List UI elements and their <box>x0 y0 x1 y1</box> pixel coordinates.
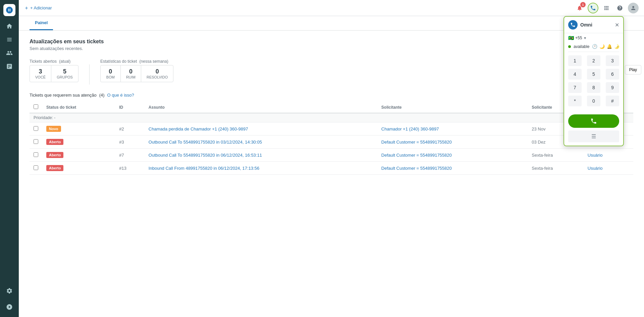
ticket-subject-link[interactable]: Outbound Call To 5548991755820 in 06/12/… <box>149 153 262 158</box>
omni-panel-overlay: Omni ✕ 🇧🇷 +55 ▼ available 🕐 🌙 🔔 🌛 1 <box>564 16 624 146</box>
omni-button[interactable] <box>588 3 598 13</box>
row-checkbox-3[interactable] <box>34 165 38 170</box>
dial-key-6[interactable]: 6 <box>606 69 619 80</box>
select-all-checkbox[interactable] <box>34 104 38 109</box>
sidebar-item-views[interactable] <box>3 34 15 46</box>
brazil-flag-icon: 🇧🇷 <box>568 35 574 41</box>
row-subject: Outbound Call To 5548991755820 in 06/12/… <box>145 149 377 162</box>
phone-chevron-icon: ▼ <box>583 36 587 40</box>
tickets-header: Tickets que requerem sua atenção (4) O q… <box>30 93 633 98</box>
dial-key-8[interactable]: 8 <box>587 82 600 93</box>
tickets-attention-count: (4) <box>99 93 105 98</box>
what-is-this-link[interactable]: O que é isso? <box>107 93 134 98</box>
sidebar-item-home[interactable] <box>3 20 15 32</box>
row-subject: Inbound Call From 48991755820 in 06/12/2… <box>145 162 377 175</box>
row-id: #3 <box>115 136 145 149</box>
dial-key-0[interactable]: 0 <box>587 96 600 106</box>
dialpad-row-1: 1 2 3 <box>568 55 619 66</box>
dial-key-2[interactable]: 2 <box>587 55 600 66</box>
row-checkbox-cell <box>30 136 42 149</box>
night-icon[interactable]: 🌛 <box>614 44 620 49</box>
stat-good: 0 BOM <box>101 65 121 82</box>
clock-icon[interactable]: 🕐 <box>592 44 597 49</box>
dial-key-5[interactable]: 5 <box>587 69 600 80</box>
apps-button[interactable] <box>601 3 612 13</box>
dial-key-7[interactable]: 7 <box>568 82 582 93</box>
sidebar-item-zendesk[interactable] <box>3 301 15 313</box>
stats-period: (nessa semana) <box>140 59 168 64</box>
dialpad-row-4: * 0 # <box>568 96 619 106</box>
updates-subtitle: Sem atualizações recentes. <box>30 46 633 51</box>
sidebar-item-reports[interactable] <box>3 60 15 72</box>
row-attributed: Usuário <box>584 149 633 162</box>
row-date: Sexta-feira <box>528 162 584 175</box>
ticket-subject-link[interactable]: Inbound Call From 48991755820 in 06/12/2… <box>149 166 259 171</box>
ticket-stats-group: Estatísticas do ticket (nessa semana) 0 … <box>100 59 173 82</box>
priority-row: Prioridade: - <box>30 113 633 122</box>
stats-separator <box>89 64 90 85</box>
hamburger-icon: ☰ <box>591 133 596 140</box>
sidebar-item-settings[interactable] <box>3 285 15 297</box>
add-button[interactable]: + Adicionar <box>24 5 52 10</box>
dial-key-star[interactable]: * <box>568 96 582 106</box>
notifications-button[interactable]: 1 <box>574 3 585 13</box>
priority-label: Prioridade: - <box>30 113 633 122</box>
attributed-user[interactable]: Usuário <box>588 153 603 158</box>
stat-you: 3 VOCÊ <box>30 65 51 82</box>
row-checkbox-cell <box>30 122 42 136</box>
row-checkbox-0[interactable] <box>34 126 38 131</box>
row-attributed: Usuário <box>584 162 633 175</box>
row-id: #7 <box>115 149 145 162</box>
status-dot <box>568 45 571 48</box>
dial-key-4[interactable]: 4 <box>568 69 582 80</box>
sidebar-item-customers[interactable] <box>3 47 15 59</box>
phone-number: +55 <box>575 36 582 40</box>
menu-button[interactable]: ☰ <box>568 130 619 142</box>
dialpad-row-2: 4 5 6 <box>568 69 619 80</box>
tab-painel[interactable]: Painel <box>30 16 53 30</box>
omni-title: Omni <box>580 22 592 28</box>
dial-key-3[interactable]: 3 <box>606 55 619 66</box>
moon-icon[interactable]: 🌙 <box>599 44 605 49</box>
ticket-subject-link[interactable]: Outbound Call To 5548991755820 in 03/12/… <box>149 140 262 145</box>
omni-panel: Omni ✕ 🇧🇷 +55 ▼ available 🕐 🌙 🔔 🌛 1 <box>564 16 624 146</box>
dialpad-row-3: 7 8 9 <box>568 82 619 93</box>
row-checkbox-2[interactable] <box>34 152 38 157</box>
tickets-open-group: Tickets abertos (atual) 3 VOCÊ 5 GRUPOS <box>30 59 78 82</box>
attributed-user[interactable]: Usuário <box>588 166 603 171</box>
row-date: Sexta-feira <box>528 149 584 162</box>
row-subject: Chamada perdida de Chamador +1 (240) 360… <box>145 122 377 136</box>
omni-header-left: Omni <box>568 20 592 30</box>
bell-icon[interactable]: 🔔 <box>607 44 612 49</box>
status-badge: Novo <box>46 126 61 132</box>
omni-close-button[interactable]: ✕ <box>615 22 619 28</box>
stat-solved: 0 RESOLVIDO <box>141 65 173 82</box>
call-button[interactable] <box>568 114 619 128</box>
dial-key-1[interactable]: 1 <box>568 55 582 66</box>
row-status: Aberto <box>42 136 115 149</box>
sidebar <box>0 0 19 317</box>
dial-key-9[interactable]: 9 <box>606 82 619 93</box>
app-logo[interactable] <box>3 4 15 16</box>
row-status: Aberto <box>42 149 115 162</box>
play-button[interactable]: Play <box>625 65 641 74</box>
tabs-bar: Painel <box>19 16 644 31</box>
omni-status-icons: 🕐 🌙 🔔 🌛 <box>592 44 620 49</box>
topbar-icons: 1 <box>574 3 639 13</box>
ticket-subject-link[interactable]: Chamada perdida de Chamador +1 (240) 360… <box>149 126 248 131</box>
row-status: Novo <box>42 122 115 136</box>
notification-badge: 1 <box>580 2 586 7</box>
row-requester: Default Customer = 5548991755820 <box>377 149 528 162</box>
user-avatar[interactable] <box>628 3 639 13</box>
th-requester: Solicitante <box>377 102 528 113</box>
help-button[interactable] <box>614 3 625 13</box>
omni-avatar <box>568 20 578 30</box>
th-subject: Assunto <box>145 102 377 113</box>
topbar: + Adicionar 1 <box>19 0 644 16</box>
th-status: Status do ticket <box>42 102 115 113</box>
row-checkbox-1[interactable] <box>34 139 38 144</box>
table-row: Aberto #13 Inbound Call From 48991755820… <box>30 162 633 175</box>
tickets-section: Tickets que requerem sua atenção (4) O q… <box>30 93 633 175</box>
dial-key-hash[interactable]: # <box>606 96 619 106</box>
tickets-open-stats: 3 VOCÊ 5 GRUPOS <box>30 65 78 82</box>
